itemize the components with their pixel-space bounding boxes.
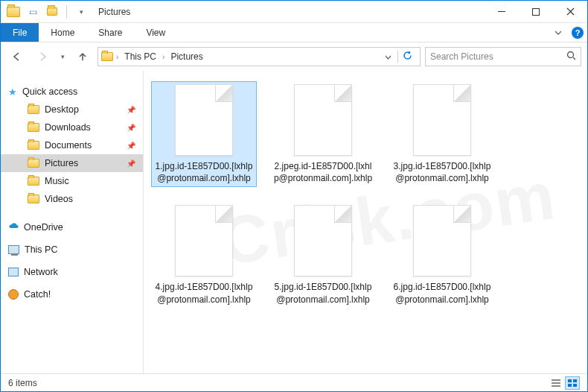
file-icon (413, 205, 471, 276)
maximize-button[interactable] (519, 1, 553, 23)
view-icons-button[interactable] (565, 376, 580, 390)
body: ★ Quick access Desktop📌Downloads📌Documen… (1, 71, 587, 373)
sidebar-catch[interactable]: Catch! (1, 285, 143, 303)
file-item[interactable]: 2.jpeg.id-1E857D00.[lxhlp@protonmail.com… (270, 81, 376, 187)
back-button[interactable] (7, 46, 28, 67)
status-text: 6 items (8, 378, 37, 388)
file-icon (294, 205, 352, 276)
cloud-icon (8, 222, 19, 233)
qat-properties-icon[interactable]: ▭ (25, 4, 41, 20)
folder-icon (28, 105, 39, 114)
folder-icon (28, 195, 39, 203)
sidebar-item-music[interactable]: Music (1, 172, 143, 190)
svg-rect-9 (573, 384, 577, 387)
window-title: Pictures (94, 7, 130, 17)
sidebar-network[interactable]: Network (1, 263, 143, 281)
search-icon[interactable] (566, 51, 576, 63)
file-name-label: 5.jpg.id-1E857D00.[lxhlp@protonmail.com]… (273, 281, 373, 305)
sidebar-item-label: Videos (45, 194, 73, 204)
sidebar-this-pc[interactable]: This PC (1, 241, 143, 259)
minimize-button[interactable] (485, 1, 519, 23)
file-item[interactable]: 6.jpg.id-1E857D00.[lxhlp@protonmail.com]… (389, 202, 495, 308)
tab-view[interactable]: View (134, 23, 177, 42)
svg-rect-1 (533, 8, 540, 15)
catch-icon (8, 289, 19, 300)
svg-rect-0 (498, 11, 505, 12)
titlebar: ▭ ▾ Pictures (1, 1, 587, 23)
ribbon: File Home Share View ? (1, 23, 587, 42)
ribbon-expand-icon[interactable] (549, 23, 568, 42)
file-name-label: 3.jpg.id-1E857D00.[lxhlp@protonmail.com]… (392, 160, 492, 184)
svg-point-2 (568, 52, 574, 58)
search-input[interactable] (430, 51, 566, 62)
sidebar-label: This PC (25, 244, 57, 255)
svg-rect-3 (552, 379, 560, 381)
breadcrumb-sep-icon: › (162, 53, 164, 61)
folder-icon (28, 141, 39, 150)
file-item[interactable]: 4.jpg.id-1E857D00.[lxhlp@protonmail.com]… (151, 202, 257, 308)
qat-newfolder-icon[interactable] (44, 4, 60, 20)
pin-icon: 📌 (127, 142, 135, 150)
view-switcher (549, 376, 580, 390)
sidebar-quick-access[interactable]: ★ Quick access (1, 83, 143, 101)
file-tab[interactable]: File (1, 23, 39, 42)
sidebar-item-downloads[interactable]: Downloads📌 (1, 118, 143, 136)
file-item[interactable]: 1.jpg.id-1E857D00.[lxhlp@protonmail.com]… (151, 81, 257, 187)
svg-rect-6 (568, 379, 572, 382)
svg-rect-4 (552, 382, 560, 384)
help-button[interactable]: ? (568, 23, 587, 42)
sidebar-item-videos[interactable]: Videos (1, 190, 143, 208)
sidebar-onedrive[interactable]: OneDrive (1, 218, 143, 236)
network-icon (8, 268, 19, 276)
navigation-pane: ★ Quick access Desktop📌Downloads📌Documen… (1, 71, 144, 373)
sidebar-item-documents[interactable]: Documents📌 (1, 136, 143, 154)
qat-customize-dropdown[interactable]: ▾ (73, 4, 89, 20)
file-name-label: 6.jpg.id-1E857D00.[lxhlp@protonmail.com]… (392, 281, 492, 305)
sidebar-label: Catch! (24, 289, 51, 300)
file-item[interactable]: 3.jpg.id-1E857D00.[lxhlp@protonmail.com]… (389, 81, 495, 187)
address-folder-icon (101, 52, 113, 61)
sidebar-item-label: Pictures (45, 158, 78, 168)
app-folder-icon (5, 4, 22, 20)
pin-icon: 📌 (127, 106, 135, 114)
content-pane[interactable]: PCrisk.com 1.jpg.id-1E857D00.[lxhlp@prot… (144, 71, 587, 373)
star-icon: ★ (8, 86, 17, 98)
address-history-dropdown[interactable] (382, 51, 394, 62)
sidebar-item-desktop[interactable]: Desktop📌 (1, 101, 143, 118)
file-name-label: 2.jpeg.id-1E857D00.[lxhlp@protonmail.com… (273, 160, 373, 184)
file-icon (413, 84, 471, 156)
recent-dropdown[interactable]: ▾ (57, 46, 68, 67)
breadcrumb-thispc[interactable]: This PC (121, 51, 159, 62)
tab-home[interactable]: Home (39, 23, 86, 42)
file-name-label: 1.jpg.id-1E857D00.[lxhlp@protonmail.com]… (154, 160, 254, 184)
file-grid: 1.jpg.id-1E857D00.[lxhlp@protonmail.com]… (151, 81, 580, 309)
pin-icon: 📌 (127, 124, 135, 132)
breadcrumb-pictures[interactable]: Pictures (167, 51, 205, 62)
navigation-row: ▾ › This PC › Pictures (1, 42, 587, 71)
view-details-button[interactable] (549, 376, 563, 390)
qat-divider (66, 5, 67, 19)
file-name-label: 4.jpg.id-1E857D00.[lxhlp@protonmail.com]… (154, 281, 254, 305)
explorer-window: ▭ ▾ Pictures File Home Share View ? (0, 0, 588, 392)
svg-rect-8 (568, 384, 572, 387)
up-button[interactable] (72, 46, 93, 67)
refresh-button[interactable] (397, 51, 417, 63)
tab-share[interactable]: Share (86, 23, 134, 42)
window-controls (485, 1, 587, 23)
address-bar[interactable]: › This PC › Pictures (98, 47, 421, 66)
sidebar-item-label: Documents (45, 140, 92, 151)
search-box[interactable] (425, 47, 581, 66)
sidebar-label: Quick access (22, 86, 77, 97)
sidebar-label: OneDrive (24, 222, 63, 233)
folder-icon (28, 123, 39, 132)
file-icon (175, 84, 233, 156)
file-item[interactable]: 5.jpg.id-1E857D00.[lxhlp@protonmail.com]… (270, 202, 376, 308)
sidebar-item-pictures[interactable]: Pictures📌 (1, 154, 143, 172)
forward-button[interactable] (32, 46, 53, 67)
folder-icon (28, 177, 39, 186)
status-bar: 6 items (1, 373, 587, 391)
folder-icon (28, 159, 39, 168)
close-button[interactable] (553, 1, 587, 23)
quick-access-toolbar: ▭ ▾ (1, 4, 94, 20)
monitor-icon (8, 245, 19, 254)
